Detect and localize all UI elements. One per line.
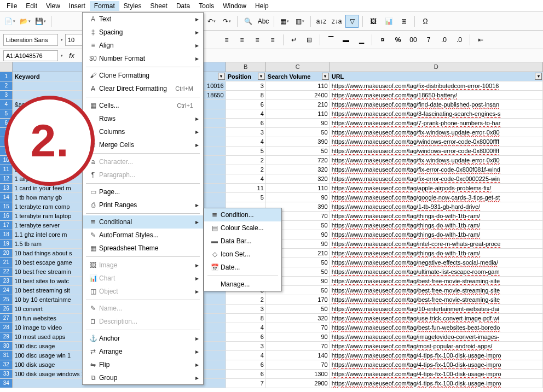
cell[interactable]: 50 <box>266 147 330 155</box>
row-header[interactable]: 16 <box>0 212 13 220</box>
row-header[interactable]: 20 <box>0 249 13 258</box>
select-all-corner[interactable] <box>0 62 13 72</box>
menu-item[interactable]: 🖌Clone Formatting <box>83 69 203 82</box>
menu-item[interactable]: ⎙Print Ranges▸ <box>83 198 203 212</box>
cell[interactable]: https://www.makeuseof.com/tag/best-free-… <box>330 286 543 295</box>
cell[interactable]: 3 <box>226 81 266 90</box>
menu-styles[interactable]: Styles <box>119 1 146 11</box>
image-icon[interactable]: 🖼 <box>367 15 380 28</box>
column-title[interactable]: URL▾ <box>330 72 543 81</box>
cell[interactable]: 90 <box>266 119 330 127</box>
cell[interactable]: https://www.makeuseof.com/tag/find-date-… <box>330 100 543 109</box>
cell[interactable]: 4 <box>226 323 266 332</box>
align-top-icon[interactable]: ▔ <box>324 33 337 46</box>
sort-desc-icon[interactable]: z↓a <box>330 15 343 28</box>
del-decimal-icon[interactable]: .0 <box>453 33 466 46</box>
menu-data[interactable]: Data <box>172 1 194 11</box>
cell[interactable]: 3 <box>226 128 266 137</box>
row-header[interactable]: 18 <box>0 230 13 239</box>
row-header[interactable]: 34 <box>0 379 13 388</box>
cell[interactable]: https://www.makeuseof.com/tag/things-do-… <box>330 230 543 239</box>
menu-edit[interactable]: Edit <box>21 1 42 11</box>
name-box[interactable] <box>3 50 58 61</box>
wrap-icon[interactable]: ↵ <box>287 33 301 46</box>
cell[interactable]: 5 <box>226 147 266 155</box>
add-decimal-icon[interactable]: .0 <box>437 33 450 46</box>
cell[interactable]: https://www.makeuseof.com/tag/1-tb-931-g… <box>330 202 543 211</box>
cell[interactable]: 70 <box>266 342 330 350</box>
cell[interactable]: 3 <box>226 305 266 313</box>
menu-sheet[interactable]: Sheet <box>146 1 172 11</box>
menu-item[interactable]: ⧉Group▸ <box>83 371 203 384</box>
cell[interactable]: https://www.makeuseof.com/tag/best-fun-w… <box>330 323 543 332</box>
menu-tools[interactable]: Tools <box>194 1 218 11</box>
special-char-icon[interactable]: Ω <box>419 15 432 28</box>
menu-item[interactable]: ≣Condition... <box>204 208 281 221</box>
cell[interactable]: https://www.makeuseof.com/tag/imagetovid… <box>330 332 543 341</box>
save-icon[interactable]: 💾▾ <box>34 15 47 28</box>
menu-item[interactable]: ◇Icon Set... <box>204 248 281 261</box>
cell[interactable]: 2 <box>226 295 266 304</box>
cell[interactable]: https://www.makeuseof.com/tag/best-free-… <box>330 277 543 285</box>
menu-item[interactable]: ⊞Merge Cells▸ <box>83 138 203 151</box>
cell[interactable]: https://www.makeuseof.com/tag/10-enterta… <box>330 305 543 313</box>
merge-icon[interactable]: ⊟ <box>303 33 316 46</box>
cell[interactable]: 210 <box>266 100 330 109</box>
cell[interactable]: https://www.makeuseof.com/tag/18650-batt… <box>330 91 543 100</box>
cell[interactable]: 2400 <box>266 91 330 100</box>
align-center-icon[interactable]: ≡ <box>235 33 249 46</box>
open-icon[interactable]: 📂▾ <box>19 15 32 28</box>
cell[interactable]: https://www.makeuseof.com/tag/fix-window… <box>330 128 543 137</box>
undo-icon[interactable]: ↶▾ <box>205 15 218 28</box>
cell[interactable]: 110 <box>266 81 330 90</box>
cell[interactable]: 720 <box>266 156 330 165</box>
filter-icon[interactable]: ▾ <box>258 73 265 80</box>
filter-icon[interactable]: ▾ <box>218 73 225 80</box>
cell[interactable]: 6 <box>226 100 266 109</box>
cell[interactable]: 6 <box>226 360 266 369</box>
row-header[interactable]: 11 <box>0 165 13 174</box>
font-name-input[interactable] <box>3 34 58 46</box>
align-bottom-icon[interactable]: ▁ <box>355 33 368 46</box>
cell[interactable]: 6 <box>226 332 266 341</box>
cell[interactable]: 320 <box>266 314 330 323</box>
redo-icon[interactable]: ↷▾ <box>220 15 233 28</box>
find-icon[interactable]: 🔍 <box>241 15 255 28</box>
row-header[interactable]: 4 <box>0 100 13 109</box>
row-header[interactable]: 23 <box>0 277 13 285</box>
dedent-icon[interactable]: ⇤ <box>474 33 487 46</box>
menu-view[interactable]: View <box>42 1 65 11</box>
cell[interactable]: https://www.makeuseof.com/tag/fix-error-… <box>330 174 543 183</box>
cell[interactable]: https://www.makeuseof.com/tag/4-tips-fix… <box>330 360 543 369</box>
menu-item[interactable]: ≣Conditional▸ <box>83 215 203 229</box>
cell[interactable]: 5 <box>226 193 266 202</box>
cell[interactable]: https://www.makeuseof.com/tag/negative-e… <box>330 258 543 267</box>
cell[interactable]: 140 <box>266 351 330 360</box>
new-icon[interactable]: 📄▾ <box>3 15 16 28</box>
cell[interactable]: https://www.makeuseof.com/tag/use-trick-… <box>330 314 543 323</box>
cell[interactable]: https://www.makeuseof.com/tag/things-do-… <box>330 212 543 220</box>
column-icon[interactable]: ▥▾ <box>293 15 307 28</box>
cell[interactable]: 70 <box>266 323 330 332</box>
cell[interactable]: https://www.makeuseof.com/tag/apple-airp… <box>330 184 543 192</box>
row-header[interactable]: 28 <box>0 323 13 332</box>
cell[interactable]: https://www.makeuseof.com/tag/4-tips-fix… <box>330 370 543 378</box>
col-header-b[interactable]: B <box>226 62 266 72</box>
align-middle-icon[interactable]: ▬ <box>339 33 353 46</box>
row-icon[interactable]: ▦▾ <box>278 15 291 28</box>
pivot-icon[interactable]: ⊞ <box>397 15 411 28</box>
row-header[interactable]: 24 <box>0 286 13 295</box>
cell[interactable]: 70 <box>266 360 330 369</box>
chart-icon[interactable]: 📊 <box>382 15 395 28</box>
sort-asc-icon[interactable]: a↓z <box>315 15 328 28</box>
menu-item[interactable]: ‡Spacing▸ <box>83 26 203 39</box>
menu-format[interactable]: Format <box>90 1 119 11</box>
autofilter-icon[interactable]: ▽ <box>345 15 359 28</box>
menu-file[interactable]: File <box>2 1 21 11</box>
row-header[interactable]: 26 <box>0 305 13 313</box>
align-left-icon[interactable]: ≡ <box>220 33 233 46</box>
cell[interactable]: https://www.makeuseof.com/tag/things-do-… <box>330 221 543 230</box>
row-header[interactable]: 32 <box>0 360 13 369</box>
menu-item[interactable]: $0Number Format▸ <box>83 52 203 65</box>
menu-item[interactable]: ▬Data Bar... <box>204 235 281 248</box>
